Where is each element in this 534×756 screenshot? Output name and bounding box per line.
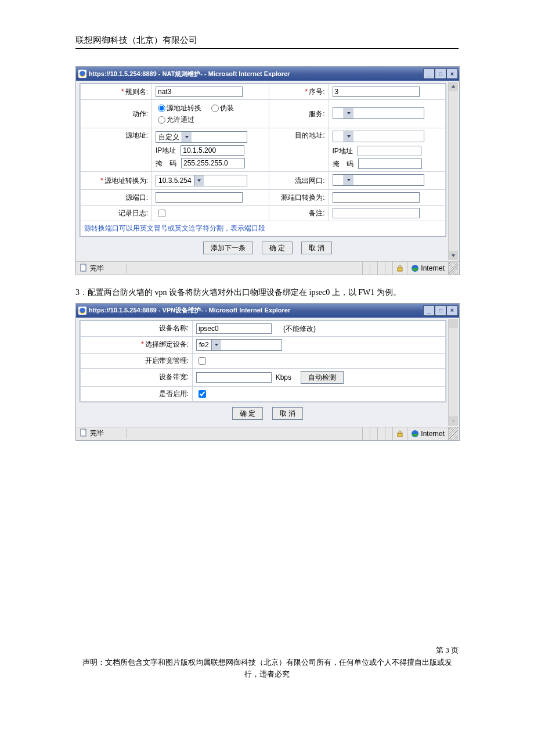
chevron-down-icon [344, 108, 353, 118]
globe-icon [411, 430, 419, 438]
status-zone: Internet [421, 430, 445, 438]
lbl-bw: 设备带宽: [159, 373, 189, 381]
svg-rect-2 [398, 268, 402, 271]
vertical-scrollbar[interactable] [448, 82, 458, 260]
dev-name-note: (不能修改) [283, 325, 316, 333]
window-title: https://10.1.5.254:8889 - NAT规则维护- - Mic… [89, 70, 423, 78]
copyright-disclaimer: 声明：文档所包含文字和图片版权均属联想网御科技（北京）有限公司所有，任何单位或个… [75, 657, 459, 679]
service-select[interactable] [333, 107, 424, 119]
close-button[interactable]: × [446, 305, 458, 316]
src-port-xlate-input[interactable] [333, 192, 420, 203]
page-number: 第 3 页 [75, 645, 459, 656]
lbl-rule-name: 规则名: [125, 88, 148, 96]
lbl-mask-right: 掩 码 [333, 159, 353, 169]
ok-button[interactable]: 确 定 [232, 407, 263, 420]
dst-mask-input[interactable] [358, 159, 422, 169]
resize-grip[interactable] [448, 262, 458, 275]
rule-name-input[interactable] [156, 87, 243, 97]
ie-logo-icon [78, 307, 86, 315]
bw-input[interactable] [196, 372, 272, 383]
vertical-scrollbar[interactable] [448, 319, 458, 426]
status-bar-nat: 完毕 Internet [76, 261, 459, 275]
lock-zone [392, 262, 407, 275]
lock-icon [396, 430, 403, 437]
lbl-out-if: 流出网口: [295, 177, 324, 185]
lbl-src-port-xlate: 源端口转换为: [281, 193, 324, 201]
status-done: 完毕 [90, 429, 104, 438]
radio-masq[interactable]: 伪装 [209, 104, 234, 112]
ie-window-nat: https://10.1.5.254:8889 - NAT规则维护- - Mic… [75, 66, 460, 275]
scroll-down-icon[interactable] [449, 251, 458, 260]
scroll-up-icon[interactable] [449, 82, 458, 91]
page-done-icon [80, 429, 88, 438]
lbl-enable: 是否启用: [159, 390, 189, 398]
snat-as-select[interactable]: 10.3.5.254 [156, 175, 247, 186]
chevron-down-icon [344, 175, 353, 185]
doc-company-header: 联想网御科技（北京）有限公司 [75, 35, 459, 49]
minimize-button[interactable]: _ [423, 69, 435, 79]
window-title: https://10.1.5.254:8889 - VPN设备维护- - Mic… [89, 306, 423, 315]
ie-logo-icon [78, 70, 86, 78]
lbl-dst-addr: 目的地址: [295, 131, 324, 139]
resize-grip[interactable] [448, 427, 458, 440]
dst-ip-input[interactable] [358, 146, 421, 156]
lbl-log: 记录日志: [118, 209, 148, 217]
lbl-ip-left: IP地址 [156, 146, 176, 156]
bind-dev-select[interactable]: fe2 [196, 339, 282, 351]
lbl-src-port: 源端口: [125, 193, 148, 201]
lbl-seq: 序号: [309, 88, 324, 96]
page-done-icon [80, 264, 88, 273]
section-3-text: 3．配置两台防火墙的 vpn 设备将防火墙对外出口物理设备绑定在 ipsec0 … [75, 286, 459, 300]
out-if-select[interactable] [333, 174, 424, 186]
status-bar-vpn: 完毕 Internet [76, 427, 459, 440]
svg-rect-6 [398, 433, 402, 437]
scroll-down-icon[interactable] [449, 416, 458, 426]
titlebar-vpn: https://10.1.5.254:8889 - VPN设备维护- - Mic… [76, 304, 459, 318]
chevron-down-icon [182, 132, 192, 142]
remark-input[interactable] [333, 208, 420, 218]
cancel-button[interactable]: 取 消 [272, 407, 303, 420]
radio-pass[interactable]: 允许通过 [156, 116, 194, 124]
globe-icon [411, 264, 419, 272]
chevron-down-icon [211, 340, 221, 350]
lbl-snat-as: 源地址转换为: [104, 177, 148, 185]
lbl-service: 服务: [309, 110, 324, 118]
chevron-down-icon [344, 131, 353, 142]
lbl-ip-right: IP地址 [333, 146, 353, 156]
scroll-thumb[interactable] [449, 319, 458, 328]
src-ip-input[interactable] [181, 145, 244, 156]
titlebar-nat: https://10.1.5.254:8889 - NAT规则维护- - Mic… [76, 67, 459, 81]
dst-addr-select[interactable] [333, 131, 424, 142]
lbl-src-addr: 源地址: [125, 131, 148, 139]
lock-zone [392, 427, 407, 440]
lbl-mask-left: 掩 码 [156, 159, 176, 168]
lbl-bind-dev: 选择绑定设备: [145, 340, 189, 348]
lbl-bw-mgmt: 开启带宽管理: [145, 357, 189, 365]
lock-icon [396, 265, 403, 272]
maximize-button[interactable]: □ [435, 69, 446, 79]
ok-button[interactable]: 确 定 [262, 242, 293, 254]
seq-input[interactable] [333, 87, 420, 97]
add-next-button[interactable]: 添加下一条 [203, 242, 253, 254]
src-addr-select[interactable]: 自定义 [156, 131, 247, 143]
bw-mgmt-checkbox[interactable] [199, 357, 206, 365]
log-checkbox[interactable] [158, 210, 165, 217]
lbl-dev-name: 设备名称: [159, 324, 189, 332]
maximize-button[interactable]: □ [435, 305, 446, 316]
src-port-input[interactable] [156, 192, 243, 203]
dev-name-input [196, 323, 272, 334]
minimize-button[interactable]: _ [423, 305, 435, 316]
lbl-action: 动作: [132, 110, 148, 118]
bw-unit: Kbps [276, 373, 291, 381]
radio-snat[interactable]: 源地址转换 [156, 104, 201, 112]
status-done: 完毕 [90, 264, 104, 273]
close-button[interactable]: × [446, 69, 458, 79]
src-mask-input[interactable] [181, 158, 245, 168]
chevron-down-icon [194, 175, 204, 186]
enable-checkbox[interactable] [199, 390, 206, 398]
auto-detect-button[interactable]: 自动检测 [301, 371, 344, 384]
cancel-button[interactable]: 取 消 [301, 242, 332, 254]
ie-window-vpn: https://10.1.5.254:8889 - VPN设备维护- - Mic… [75, 303, 460, 441]
status-zone: Internet [421, 264, 445, 272]
hint-text: 源转换端口可以用英文冒号或英文连字符分割，表示端口段 [81, 221, 446, 236]
